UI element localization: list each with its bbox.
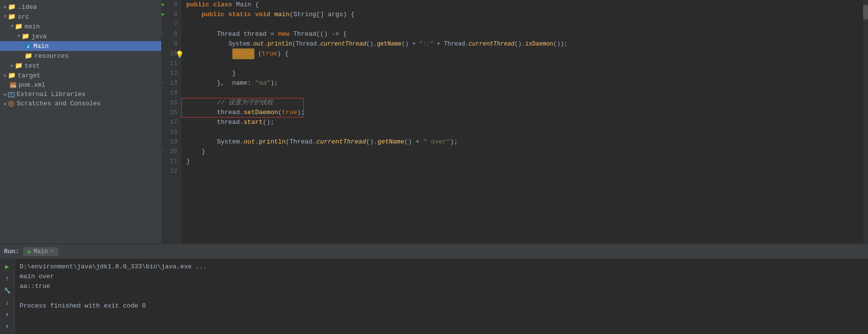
folder-icon: 📁 [8,3,16,11]
line-numbers: ▶ 5 ▶ 6 7 ⊖ 8 9 10 11 12 ⊖ 13 [162,0,181,243]
main-area: ▶ 📁 .idea ▶ 📁 src ▶ 📁 main ▶ 📁 java [0,0,868,243]
brace-icon-13: ⊖ [162,78,163,88]
chevron-icon: ▶ [4,92,7,97]
folder-icon: 📁 [8,13,16,21]
code-line-15: // 设置为守护线程 [186,98,863,108]
code-line-14 [186,88,863,98]
xml-file-icon: XML [10,81,17,89]
code-line-7 [186,20,863,29]
run-toolbar: ▶ ↑ 🔧 ↓ ⬆ ⬇ [0,259,15,334]
code-line-5: public class Main { [186,0,863,10]
run-arrow-6: ▶ [162,10,165,20]
code-line-6: public static void main(String[] args) { [186,10,863,20]
chevron-icon: ▶ [4,72,7,78]
bottom-content: ▶ ↑ 🔧 ↓ ⬆ ⬇ D:\environment\java\jdk1.8.0… [0,259,868,334]
run-arrow-5: ▶ [162,0,165,10]
code-line-16: thread.setDaemon(true); [186,108,863,118]
run-tab-bar: Run: ▶ Main × [0,244,868,259]
run-play-btn[interactable]: ▶ [2,262,13,271]
sidebar-item-label: target [18,72,41,79]
code-line-22 [186,167,863,176]
chevron-icon: ▶ [16,35,22,38]
sidebar-item-label: test [25,62,40,70]
sidebar-content: ▶ 📁 .idea ▶ 📁 src ▶ 📁 main ▶ 📁 java [0,0,161,243]
code-line-10: 💡 while (true) { [186,49,863,59]
sidebar-item-label: .idea [18,3,37,11]
lightbulb-icon: 💡 [175,50,184,60]
code-line-13: }, name: "aa"); [186,78,863,88]
sidebar-item-label: main [25,23,40,30]
code-line-20: } [186,147,863,157]
sidebar-item-extlibs[interactable]: ▶ External Libraries [0,90,161,99]
run-down-btn[interactable]: ↓ [2,298,13,308]
run-up-btn[interactable]: ↑ [2,274,13,284]
code-line-11 [186,59,863,69]
sidebar-item-label: java [31,33,47,40]
sidebar-item-label: Scratches and Consoles [17,100,101,107]
output-line-5: Process finished with exit code 0 [20,301,863,311]
run-tab-main[interactable]: ▶ Main × [23,247,58,256]
sidebar-item-src[interactable]: ▶ 📁 src [0,12,161,22]
sidebar-item-pom[interactable]: XML pom.xml [0,80,161,90]
sidebar-item-idea[interactable]: ▶ 📁 .idea [0,2,161,12]
chevron-icon: ▶ [11,63,14,69]
code-line-21: } [186,157,863,167]
java-file-icon: J [25,42,31,50]
folder-icon: 📁 [8,72,16,79]
chevron-icon: ▶ [4,101,7,107]
scrollbar-thumb[interactable] [863,5,868,20]
sidebar-item-label: src [18,13,29,21]
chevron-icon: ▶ [9,25,15,28]
output-line-4 [20,291,863,301]
code-line-17: thread.start(); [186,118,863,127]
sidebar-item-resources[interactable]: 📁 resources [0,51,161,61]
output-line-1: D:\environment\java\jdk1.8.0_333\bin\jav… [20,262,863,272]
folder-icon: 📁 [22,32,29,40]
lib-icon [8,91,15,98]
output-line-2: main over [20,272,863,282]
chevron-icon: ▶ [4,4,7,10]
sidebar-item-scratches[interactable]: ▶ Scratches and Consoles [0,99,161,108]
code-line-9: System.out.println(Thread.currentThread(… [186,39,863,49]
code-editor[interactable]: public class Main { public static void m… [181,0,863,243]
editor-area: ▶ 5 ▶ 6 7 ⊖ 8 9 10 11 12 ⊖ 13 [162,0,868,243]
editor-scrollbar[interactable] [863,0,868,243]
run-settings-btn[interactable]: 🔧 [2,286,13,295]
svg-text:XML: XML [10,84,17,88]
code-line-12: } [186,69,863,78]
sidebar-item-target[interactable]: ▶ 📁 target [0,71,161,80]
folder-icon: 📁 [15,23,23,30]
sidebar-item-main[interactable]: ▶ 📁 main [0,22,161,31]
folder-icon: 📁 [25,52,32,60]
brace-icon-8: ⊖ [162,29,163,39]
tab-run-icon: ▶ [28,248,31,255]
run-align-up-btn[interactable]: ⬆ [2,310,13,319]
run-label: Run: [4,248,19,255]
tab-close-btn[interactable]: × [50,249,53,254]
code-line-8: Thread thread = new Thread(() -> { [186,29,863,39]
code-container[interactable]: ▶ 5 ▶ 6 7 ⊖ 8 9 10 11 12 ⊖ 13 [162,0,868,243]
svg-text:J: J [26,44,29,49]
run-align-down-btn[interactable]: ⬇ [2,322,13,332]
sidebar-item-test[interactable]: ▶ 📁 test [0,61,161,71]
bottom-panel: Run: ▶ Main × ▶ ↑ 🔧 ↓ ⬆ ⬇ D:\environment… [0,243,868,334]
sidebar-item-java[interactable]: ▶ 📁 java [0,31,161,41]
sidebar: ▶ 📁 .idea ▶ 📁 src ▶ 📁 main ▶ 📁 java [0,0,162,243]
sidebar-item-label: pom.xml [19,81,46,89]
brace-icon-20: ⊖ [162,147,163,157]
sidebar-item-Main[interactable]: J Main [0,41,161,51]
code-line-18 [186,127,863,137]
chevron-icon: ▶ [2,15,8,18]
scratches-icon [8,100,15,107]
sidebar-item-label: Main [33,43,49,50]
run-tab-label: Main [34,248,48,255]
sidebar-item-label: External Libraries [17,91,85,98]
code-line-19: System.out.println(Thread.currentThread(… [186,137,863,147]
folder-icon: 📁 [15,62,23,70]
run-output: D:\environment\java\jdk1.8.0_333\bin\jav… [15,259,868,334]
output-line-3: aa::true [20,282,863,291]
sidebar-item-label: resources [34,52,69,60]
